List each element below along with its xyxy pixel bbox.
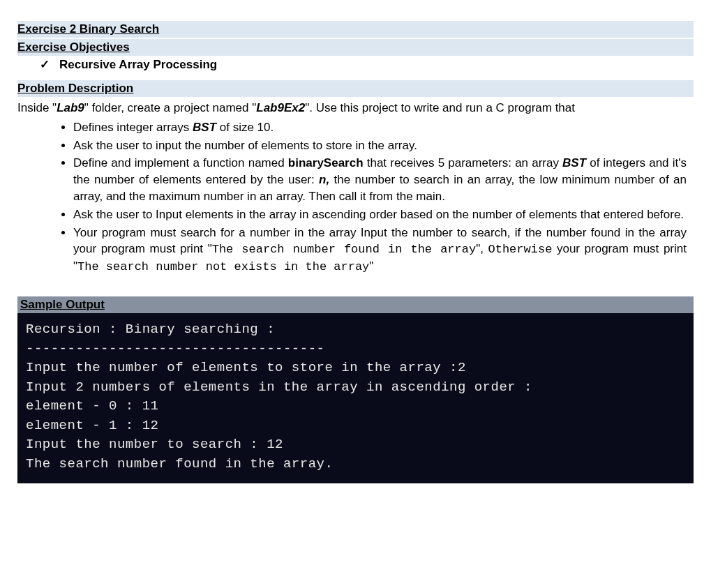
- array-name: BST: [193, 121, 216, 134]
- array-name: BST: [562, 156, 586, 169]
- objective-item: Recursive Array Processing: [59, 57, 694, 72]
- terminal-line: The search number found in the array.: [26, 455, 685, 474]
- terminal-line: Input the number to search : 12: [26, 435, 685, 455]
- terminal-line: ------------------------------------: [26, 340, 685, 359]
- objectives-list: Recursive Array Processing: [17, 57, 694, 72]
- terminal-line: element - 0 : 11: [26, 397, 685, 416]
- intro-text-post: ". Use this project to write and run a C…: [305, 101, 575, 114]
- list-item: Ask the user to input the number of elem…: [73, 137, 694, 154]
- project-name: Lab9Ex2: [256, 101, 305, 114]
- text: of size 10.: [216, 121, 274, 134]
- sample-output-heading: Sample Output: [17, 296, 694, 313]
- output-text-notfound: The search number not exists in the arra…: [77, 260, 369, 273]
- terminal-line: Recursion : Binary searching :: [26, 320, 685, 340]
- text: Define and implement a function named: [73, 156, 288, 169]
- list-item: Ask the user to Input elements in the ar…: [73, 206, 694, 223]
- function-name: binarySearch: [288, 156, 364, 169]
- list-item: Your program must search for a number in…: [73, 225, 694, 276]
- lab-name: Lab9: [57, 101, 84, 114]
- exercise-title: Exercise 2 Binary Search: [17, 21, 694, 38]
- param-n: n,: [319, 173, 329, 186]
- intro-text-mid: " folder, create a project named ": [84, 101, 256, 114]
- text: Defines integer arrays: [73, 121, 193, 134]
- objectives-heading: Exercise Objectives: [17, 39, 694, 56]
- otherwise-text: Otherwise: [488, 243, 553, 256]
- text: that receives 5 parameters: an array: [364, 156, 563, 169]
- text: ",: [476, 242, 488, 255]
- terminal-line: element - 1 : 12: [26, 416, 685, 436]
- list-item: Define and implement a function named bi…: [73, 155, 694, 204]
- intro-text-pre: Inside ": [17, 101, 57, 114]
- terminal-line: Input the number of elements to store in…: [26, 359, 685, 378]
- problem-heading: Problem Description: [17, 80, 694, 97]
- terminal-output: Recursion : Binary searching : ---------…: [17, 313, 694, 483]
- intro-paragraph: Inside "Lab9" folder, create a project n…: [17, 100, 694, 116]
- requirements-list: Defines integer arrays BST of size 10. A…: [17, 119, 694, 276]
- text: ": [369, 259, 373, 273]
- output-text-found: The search number found in the array: [212, 243, 476, 256]
- terminal-line: Input 2 numbers of elements in the array…: [26, 378, 685, 398]
- list-item: Defines integer arrays BST of size 10.: [73, 119, 694, 136]
